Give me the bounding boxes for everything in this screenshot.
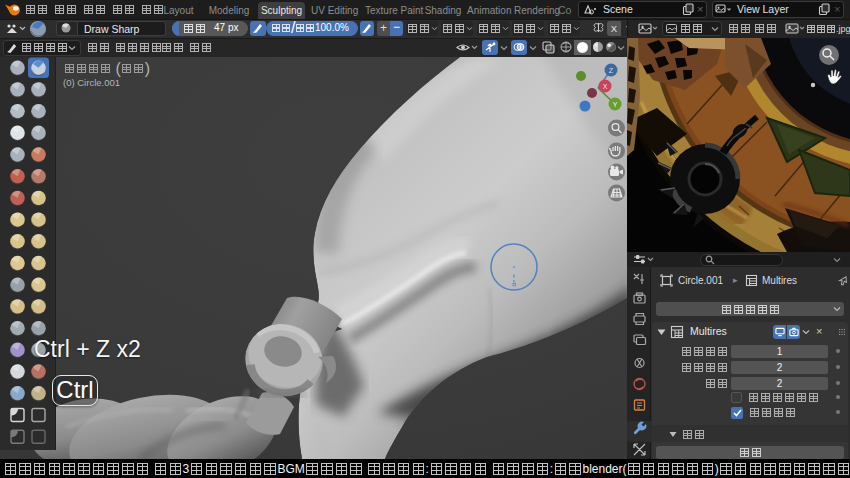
svg-text:Y: Y — [613, 101, 618, 108]
svg-text:Z: Z — [609, 67, 614, 74]
svg-text:X: X — [603, 83, 608, 90]
